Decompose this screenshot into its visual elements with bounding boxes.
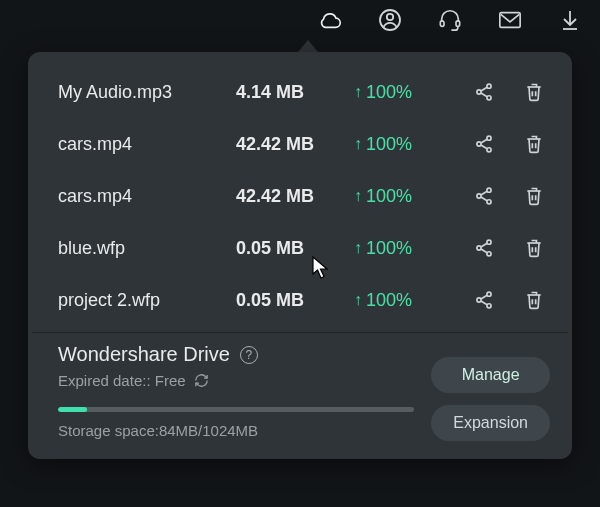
storage-bar-fill [58,407,87,412]
cloud-icon[interactable] [318,8,342,32]
upload-arrow-icon: ↑ [354,187,362,205]
svg-point-12 [477,194,481,198]
file-size: 42.42 MB [236,134,354,155]
drive-title: Wondershare Drive [58,343,230,366]
drive-info-section: Wondershare Drive ? Expired date:: Free … [32,343,568,445]
delete-icon[interactable] [522,288,546,312]
svg-point-15 [477,246,481,250]
file-size: 0.05 MB [236,290,354,311]
storage-bar [58,407,414,412]
svg-point-1 [387,14,393,20]
dropdown-pointer [298,40,318,52]
storage-text: Storage space:84MB/1024MB [58,422,414,439]
support-icon[interactable] [438,8,462,32]
download-icon[interactable] [558,8,582,32]
svg-point-14 [487,240,491,244]
svg-point-9 [477,142,481,146]
expansion-button[interactable]: Expansion [431,405,550,441]
svg-point-19 [487,304,491,308]
upload-progress: ↑100% [354,238,446,259]
file-name: cars.mp4 [58,134,236,155]
svg-rect-3 [456,21,460,27]
file-row: cars.mp4 42.42 MB ↑100% [32,170,568,222]
upload-arrow-icon: ↑ [354,83,362,101]
upload-progress: ↑100% [354,186,446,207]
svg-point-5 [487,84,491,88]
help-icon[interactable]: ? [240,346,258,364]
profile-icon[interactable] [378,8,402,32]
share-icon[interactable] [472,236,496,260]
svg-point-11 [487,188,491,192]
delete-icon[interactable] [522,184,546,208]
svg-rect-4 [500,13,520,28]
delete-icon[interactable] [522,236,546,260]
manage-button[interactable]: Manage [431,357,550,393]
svg-point-10 [487,148,491,152]
share-icon[interactable] [472,184,496,208]
svg-point-17 [487,292,491,296]
file-row: My Audio.mp3 4.14 MB ↑100% [32,66,568,118]
file-row: project 2.wfp 0.05 MB ↑100% [32,274,568,326]
file-size: 4.14 MB [236,82,354,103]
delete-icon[interactable] [522,132,546,156]
svg-point-7 [487,96,491,100]
share-icon[interactable] [472,132,496,156]
upload-arrow-icon: ↑ [354,291,362,309]
svg-point-8 [487,136,491,140]
upload-progress: ↑100% [354,134,446,155]
upload-arrow-icon: ↑ [354,239,362,257]
file-size: 42.42 MB [236,186,354,207]
svg-rect-2 [440,21,444,27]
file-list: My Audio.mp3 4.14 MB ↑100% cars.mp4 42.4… [32,66,568,326]
section-divider [32,332,568,333]
file-name: blue.wfp [58,238,236,259]
delete-icon[interactable] [522,80,546,104]
refresh-icon[interactable] [194,373,210,389]
file-name: project 2.wfp [58,290,236,311]
upload-progress: ↑100% [354,290,446,311]
svg-point-16 [487,252,491,256]
share-icon[interactable] [472,80,496,104]
file-size: 0.05 MB [236,238,354,259]
file-name: My Audio.mp3 [58,82,236,103]
upload-arrow-icon: ↑ [354,135,362,153]
cloud-drive-panel: My Audio.mp3 4.14 MB ↑100% cars.mp4 42.4… [28,52,572,459]
top-toolbar [0,0,600,40]
svg-point-18 [477,298,481,302]
svg-point-13 [487,200,491,204]
mail-icon[interactable] [498,8,522,32]
share-icon[interactable] [472,288,496,312]
file-row: blue.wfp 0.05 MB ↑100% [32,222,568,274]
svg-point-6 [477,90,481,94]
upload-progress: ↑100% [354,82,446,103]
drive-expiry-label: Expired date:: Free [58,372,186,389]
file-name: cars.mp4 [58,186,236,207]
file-row: cars.mp4 42.42 MB ↑100% [32,118,568,170]
